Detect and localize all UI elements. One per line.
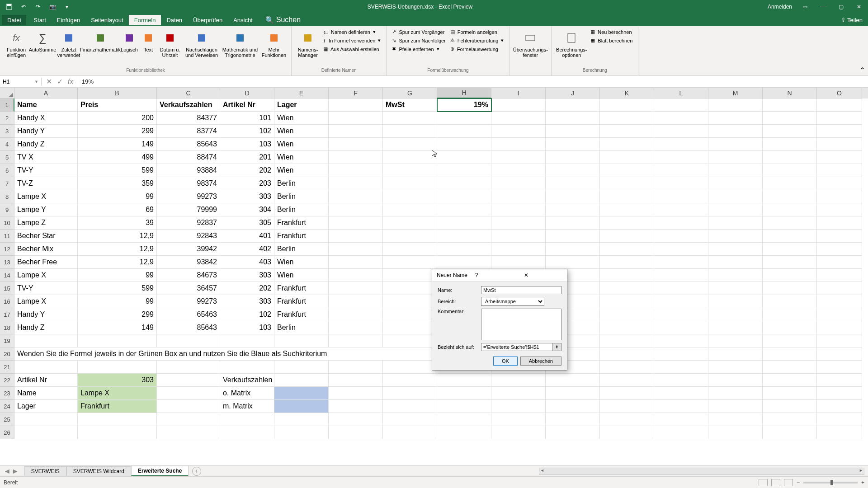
cell[interactable] (600, 125, 654, 138)
cell[interactable] (817, 230, 862, 243)
cell[interactable] (654, 190, 708, 203)
cell[interactable] (654, 400, 708, 413)
cell[interactable] (491, 426, 546, 439)
financial-button[interactable]: Finanzmathematik (82, 28, 118, 53)
cell[interactable] (763, 164, 817, 177)
row-header-10[interactable]: 10 (0, 216, 14, 230)
create-from-selection-button[interactable]: ▦Aus Auswahl erstellen (321, 45, 382, 53)
menu-start[interactable]: Start (28, 15, 51, 25)
row-header-21[interactable]: 21 (0, 361, 14, 374)
comment-textarea[interactable] (481, 309, 561, 340)
cell[interactable] (708, 164, 763, 177)
cell[interactable] (654, 177, 708, 190)
close-window-icon[interactable]: ✕ (854, 1, 864, 12)
cell[interactable] (157, 413, 220, 426)
cell[interactable]: 99 (78, 190, 157, 203)
col-header-D[interactable]: D (220, 88, 274, 99)
cell[interactable] (763, 151, 817, 164)
cell[interactable] (329, 413, 383, 426)
cell[interactable] (437, 413, 491, 426)
row-header-3[interactable]: 3 (0, 125, 14, 138)
cell[interactable] (817, 334, 862, 347)
cell[interactable]: Wenden Sie die Formel jeweils in der Grü… (14, 347, 491, 361)
cell[interactable]: 103 (220, 321, 274, 334)
cell[interactable] (437, 216, 491, 230)
cell[interactable] (600, 164, 654, 177)
cell[interactable] (546, 138, 600, 151)
insert-function-button[interactable]: fxFunktion einfügen (4, 28, 29, 59)
cell[interactable] (491, 99, 546, 112)
cell[interactable] (654, 374, 708, 387)
cell[interactable] (600, 190, 654, 203)
cell[interactable] (763, 361, 817, 374)
cell[interactable] (329, 256, 383, 269)
cell[interactable] (654, 361, 708, 374)
cell[interactable] (817, 125, 862, 138)
recent-functions-button[interactable]: Zuletzt verwendet (56, 28, 81, 59)
cell[interactable]: 305 (220, 216, 274, 230)
row-header-24[interactable]: 24 (0, 400, 14, 413)
cell[interactable] (437, 151, 491, 164)
cell[interactable]: 304 (220, 203, 274, 216)
cell[interactable]: Frankfurt (78, 400, 157, 413)
cell[interactable] (437, 374, 491, 387)
cell[interactable] (708, 347, 763, 361)
cell[interactable] (546, 387, 600, 400)
cell[interactable] (817, 347, 862, 361)
cell[interactable] (600, 387, 654, 400)
cell[interactable] (274, 387, 329, 400)
cell[interactable] (491, 203, 546, 216)
cell[interactable]: 39 (78, 216, 157, 230)
qat-dropdown-icon[interactable]: ▾ (61, 1, 72, 12)
cell[interactable]: Verkaufszahlen (157, 99, 220, 112)
cell[interactable] (817, 269, 862, 282)
cell[interactable] (600, 99, 654, 112)
cell[interactable] (654, 347, 708, 361)
name-manager-button[interactable]: Namens-Manager (295, 28, 321, 59)
cell[interactable]: Frankfurt (274, 308, 329, 321)
cell[interactable] (329, 374, 383, 387)
cell[interactable] (817, 387, 862, 400)
cell[interactable] (546, 400, 600, 413)
row-header-18[interactable]: 18 (0, 321, 14, 334)
evaluate-formula-button[interactable]: ⊕Formelauswertung (448, 45, 506, 53)
cell[interactable] (600, 151, 654, 164)
row-header-17[interactable]: 17 (0, 308, 14, 321)
collapse-ribbon-icon[interactable]: ⌃ (859, 66, 865, 75)
cell[interactable] (763, 177, 817, 190)
cell[interactable] (546, 426, 600, 439)
select-all-corner[interactable] (0, 88, 14, 99)
cell[interactable] (329, 230, 383, 243)
cell[interactable] (708, 112, 763, 125)
col-header-A[interactable]: A (14, 88, 78, 99)
cell[interactable] (600, 413, 654, 426)
cell[interactable] (817, 400, 862, 413)
cell[interactable]: Handy Y (14, 125, 78, 138)
cell[interactable] (157, 387, 220, 400)
cell[interactable] (708, 243, 763, 256)
cell[interactable] (546, 99, 600, 112)
name-box[interactable]: H1▼ (0, 78, 42, 86)
cell[interactable]: 99273 (157, 190, 220, 203)
row-header-11[interactable]: 11 (0, 230, 14, 243)
cell[interactable]: Handy Z (14, 321, 78, 334)
menu-file[interactable]: Datei (2, 15, 26, 25)
logical-button[interactable]: Logisch (119, 28, 139, 53)
autosave-icon[interactable] (4, 1, 14, 12)
cell[interactable] (763, 387, 817, 400)
cell[interactable] (546, 256, 600, 269)
cell[interactable] (491, 374, 546, 387)
error-check-button[interactable]: ⚠Fehlerüberprüfung ▾ (448, 37, 506, 44)
trace-dependents-button[interactable]: ↘Spur zum Nachfolger (390, 37, 447, 44)
cell[interactable] (600, 203, 654, 216)
cell[interactable]: 85643 (157, 138, 220, 151)
cell[interactable] (763, 112, 817, 125)
cell[interactable]: Berlin (274, 243, 329, 256)
cell[interactable] (546, 190, 600, 203)
menu-review[interactable]: Überprüfen (188, 15, 228, 25)
cell[interactable]: Lampe X (14, 295, 78, 308)
cell[interactable] (383, 400, 437, 413)
view-normal-icon[interactable] (759, 479, 768, 486)
col-header-J[interactable]: J (546, 88, 600, 99)
menu-formulas[interactable]: Formeln (129, 15, 161, 25)
